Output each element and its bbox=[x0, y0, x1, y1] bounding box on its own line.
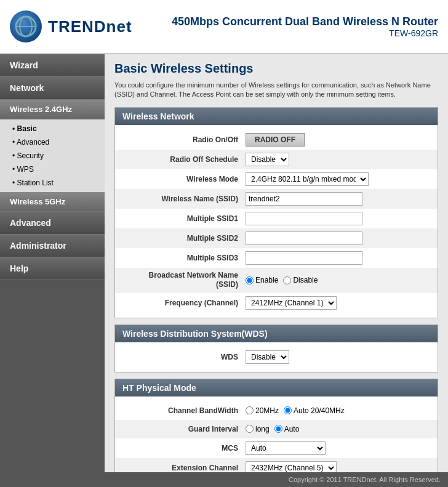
page-title: Basic Wireless Settings bbox=[114, 62, 438, 76]
wds-body: WDS Disable bbox=[115, 342, 438, 372]
logo-text: TRENDnet bbox=[48, 17, 132, 36]
header: TRENDnet 450Mbps Concurrent Dual Band Wi… bbox=[0, 0, 448, 54]
radio-off-button[interactable]: RADIO OFF bbox=[246, 133, 305, 147]
broadcast-enable-text: Enable bbox=[255, 276, 278, 284]
multiple-ssid1-input[interactable] bbox=[246, 212, 362, 225]
mcs-row: MCS Auto bbox=[115, 438, 438, 458]
copyright-text: Copyright © 2011 TRENDnet. All Rights Re… bbox=[289, 476, 441, 483]
sidebar-item-wizard[interactable]: Wizard bbox=[0, 54, 105, 77]
broadcast-enable-label[interactable]: Enable bbox=[246, 276, 278, 284]
guard-long-label[interactable]: long bbox=[246, 425, 270, 433]
logo-area: TRENDnet bbox=[10, 10, 132, 42]
mcs-control: Auto bbox=[246, 441, 430, 455]
radio-on-off-control: RADIO OFF bbox=[246, 133, 430, 147]
multiple-ssid2-control bbox=[246, 231, 430, 245]
broadcast-enable-radio[interactable] bbox=[246, 276, 254, 284]
multiple-ssid2-input[interactable] bbox=[246, 231, 362, 245]
sidebar-link-advanced[interactable]: Advanced bbox=[0, 135, 105, 149]
ext-channel-label: Extension Channel bbox=[122, 464, 246, 472]
bandwidth-radio-group: 20MHz Auto 20/40MHz bbox=[246, 406, 430, 415]
multiple-ssid1-label: Multiple SSID1 bbox=[122, 214, 246, 223]
wireless-network-header: Wireless Network bbox=[115, 108, 438, 125]
mcs-select[interactable]: Auto bbox=[246, 441, 326, 455]
multiple-ssid3-row: Multiple SSID3 bbox=[115, 248, 438, 268]
multiple-ssid3-label: Multiple SSID3 bbox=[122, 254, 246, 262]
sidebar: Wizard Network Wireless 2.4GHz Basic Adv… bbox=[0, 54, 105, 472]
guard-long-radio[interactable] bbox=[246, 425, 254, 433]
bw-20-text: 20MHz bbox=[255, 406, 279, 415]
frequency-label: Frequency (Channel) bbox=[122, 299, 246, 307]
multiple-ssid2-label: Multiple SSID2 bbox=[122, 234, 246, 243]
wireless-name-control: trendnet2 bbox=[246, 192, 430, 206]
mcs-label: MCS bbox=[122, 444, 246, 453]
broadcast-radio-group: Enable Disable bbox=[246, 276, 430, 284]
sidebar-section-wireless24: Wireless 2.4GHz bbox=[0, 100, 105, 119]
frequency-row: Frequency (Channel) 2412MHz (Channel 1) bbox=[115, 293, 438, 313]
frequency-control: 2412MHz (Channel 1) bbox=[246, 296, 430, 310]
sidebar-link-wps[interactable]: WPS bbox=[0, 163, 105, 176]
bw-auto-label[interactable]: Auto 20/40MHz bbox=[284, 406, 345, 415]
wds-header: Wireless Distribution System(WDS) bbox=[115, 325, 438, 342]
wireless-mode-row: Wireless Mode 2.4GHz 802.11 b/g/n mixed … bbox=[115, 169, 438, 189]
wds-select[interactable]: Disable bbox=[246, 350, 289, 364]
guard-auto-radio[interactable] bbox=[274, 425, 282, 433]
wds-section: Wireless Distribution System(WDS) WDS Di… bbox=[114, 324, 438, 372]
multiple-ssid2-row: Multiple SSID2 bbox=[115, 228, 438, 248]
broadcast-disable-text: Disable bbox=[293, 276, 318, 284]
header-right: 450Mbps Concurrent Dual Band Wireless N … bbox=[172, 15, 438, 38]
ht-physical-section: HT Physical Mode Channel BandWidth 20MHz bbox=[114, 379, 438, 472]
wds-label: WDS bbox=[122, 353, 246, 361]
radio-off-schedule-control: Disable bbox=[246, 153, 430, 166]
sidebar-item-network[interactable]: Network bbox=[0, 77, 105, 100]
multiple-ssid3-input[interactable] bbox=[246, 251, 362, 265]
sidebar-link-station-list[interactable]: Station List bbox=[0, 176, 105, 190]
ext-channel-select[interactable]: 2432MHz (Channel 5) bbox=[246, 461, 337, 472]
guard-interval-row: Guard Interval long Auto bbox=[115, 420, 438, 438]
trendnet-logo-icon bbox=[10, 10, 42, 42]
sidebar-item-administrator[interactable]: Administrator bbox=[0, 235, 105, 257]
bw-20-label[interactable]: 20MHz bbox=[246, 406, 279, 415]
bw-auto-text: Auto 20/40MHz bbox=[294, 406, 345, 415]
ht-physical-header: HT Physical Mode bbox=[115, 379, 438, 396]
sidebar-link-security[interactable]: Security bbox=[0, 149, 105, 163]
page-description: You could configure the minimum number o… bbox=[114, 81, 438, 100]
ext-channel-control: 2432MHz (Channel 5) bbox=[246, 461, 430, 472]
bandwidth-row: Channel BandWidth 20MHz Auto 20/40MHz bbox=[115, 401, 438, 420]
guard-auto-text: Auto bbox=[284, 425, 300, 433]
broadcast-disable-radio[interactable] bbox=[283, 276, 291, 284]
wireless-name-row: Wireless Name (SSID) trendnet2 bbox=[115, 189, 438, 209]
wireless-mode-label: Wireless Mode bbox=[122, 175, 246, 183]
content-area: Basic Wireless Settings You could config… bbox=[105, 54, 448, 472]
bw-auto-radio[interactable] bbox=[284, 406, 292, 414]
sidebar-item-help[interactable]: Help bbox=[0, 257, 105, 280]
guard-auto-label[interactable]: Auto bbox=[274, 425, 300, 433]
bandwidth-control: 20MHz Auto 20/40MHz bbox=[246, 406, 430, 415]
wds-row: WDS Disable bbox=[115, 347, 438, 367]
frequency-select[interactable]: 2412MHz (Channel 1) bbox=[246, 296, 337, 310]
radio-off-schedule-select[interactable]: Disable bbox=[246, 153, 289, 166]
guard-interval-control: long Auto bbox=[246, 425, 430, 433]
sidebar-item-advanced[interactable]: Advanced bbox=[0, 212, 105, 235]
wireless-mode-control: 2.4GHz 802.11 b/g/n mixed mode bbox=[246, 172, 430, 186]
sidebar-links-24: Basic Advanced Security WPS Station List bbox=[0, 119, 105, 192]
ext-channel-row: Extension Channel 2432MHz (Channel 5) bbox=[115, 458, 438, 472]
broadcast-disable-label[interactable]: Disable bbox=[283, 276, 318, 284]
radio-off-schedule-label: Radio Off Schedule bbox=[122, 155, 246, 164]
radio-on-off-label: Radio On/Off bbox=[122, 135, 246, 144]
multiple-ssid3-control bbox=[246, 251, 430, 265]
multiple-ssid1-row: Multiple SSID1 bbox=[115, 209, 438, 228]
wireless-mode-select[interactable]: 2.4GHz 802.11 b/g/n mixed mode bbox=[246, 172, 369, 186]
guard-radio-group: long Auto bbox=[246, 425, 430, 433]
wireless-network-body: Radio On/Off RADIO OFF Radio Off Schedul… bbox=[115, 125, 438, 318]
copyright-bar: Copyright © 2011 TRENDnet. All Rights Re… bbox=[0, 472, 448, 487]
header-title: 450Mbps Concurrent Dual Band Wireless N … bbox=[172, 15, 438, 28]
guard-interval-label: Guard Interval bbox=[122, 425, 246, 433]
bw-20-radio[interactable] bbox=[246, 406, 254, 414]
sidebar-section-wireless5: Wireless 5GHz bbox=[0, 192, 105, 212]
main-layout: Wizard Network Wireless 2.4GHz Basic Adv… bbox=[0, 54, 448, 472]
guard-long-text: long bbox=[255, 425, 270, 433]
radio-on-off-row: Radio On/Off RADIO OFF bbox=[115, 130, 438, 150]
broadcast-control: Enable Disable bbox=[246, 276, 430, 284]
sidebar-link-basic[interactable]: Basic bbox=[0, 122, 105, 135]
wireless-name-input[interactable]: trendnet2 bbox=[246, 192, 362, 206]
